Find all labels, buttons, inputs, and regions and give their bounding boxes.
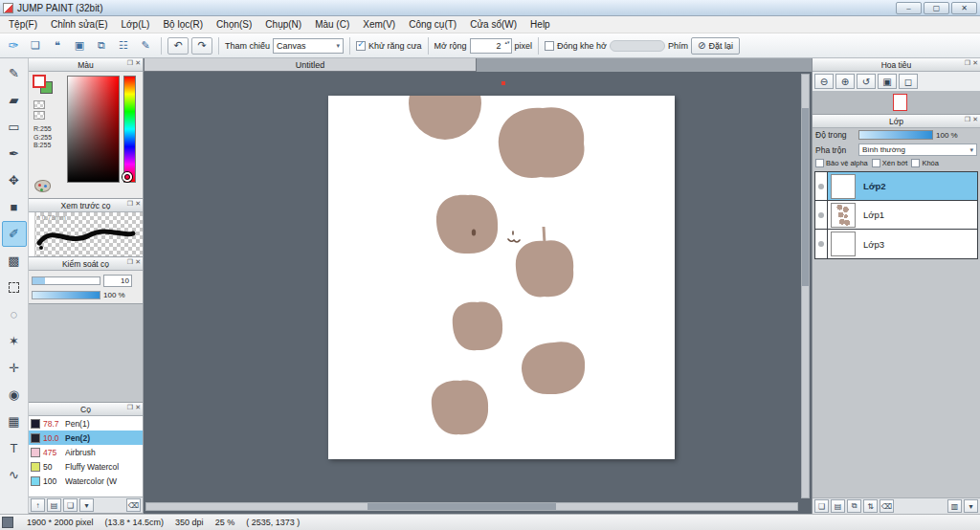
menu-capture[interactable]: Chụp(N) <box>258 17 308 32</box>
layer-menu-icon[interactable]: ▾ <box>964 499 978 513</box>
minimize-button[interactable]: – <box>896 2 922 14</box>
horizontal-scrollbar-thumb[interactable] <box>368 503 556 510</box>
ink-pen-tool[interactable]: ✒ <box>2 141 27 166</box>
expand-width-stepper[interactable]: 2 ▴▾ <box>470 38 512 54</box>
medibang-brush-icon[interactable]: ✑ <box>4 37 23 55</box>
layer-row-lop3[interactable]: Lớp3 <box>815 230 977 258</box>
bucket-tool[interactable]: ◉ <box>2 382 27 408</box>
comment-icon[interactable]: ❝ <box>48 37 67 55</box>
brush-row-airbrush[interactable]: 475 Airbrush <box>29 445 143 459</box>
menu-filter[interactable]: Bộ lọc(R) <box>156 17 210 32</box>
layer-options-icon[interactable]: ▥ <box>947 499 962 513</box>
pages-icon[interactable]: ⧉ <box>92 37 111 55</box>
navigator-preview[interactable] <box>813 92 980 115</box>
brush-size-slider[interactable] <box>32 276 100 285</box>
zoom-in-icon[interactable]: ⊕ <box>835 74 855 89</box>
hue-indicator[interactable] <box>122 172 132 182</box>
delete-layer-icon[interactable]: ⌫ <box>880 499 894 513</box>
document-tab[interactable]: Untitled <box>144 58 477 72</box>
blend-mode-dropdown[interactable]: Bình thường ▾ <box>858 144 977 156</box>
redo-button[interactable]: ↷ <box>191 37 212 55</box>
popout-icon[interactable]: ❐ <box>127 200 133 208</box>
transform-tool[interactable]: ✛ <box>2 355 27 381</box>
panel-close-icon[interactable]: ✕ <box>972 59 978 67</box>
duplicate-layer-icon[interactable]: ⧉ <box>847 499 861 513</box>
panel-close-icon[interactable]: ✕ <box>135 200 141 208</box>
navigator-view-rect[interactable] <box>893 94 907 111</box>
maximize-button[interactable]: ▢ <box>924 2 949 14</box>
eraser-tool[interactable]: ▰ <box>2 87 27 113</box>
transparent-swatch-1[interactable] <box>33 100 45 109</box>
reset-button[interactable]: ⊘ Đặt lại <box>691 37 740 55</box>
menu-color[interactable]: Màu (C) <box>308 17 356 32</box>
brush-row-watercolor[interactable]: 100 Watercolor (W <box>29 474 143 488</box>
zoom-out-icon[interactable]: ⊖ <box>814 74 834 89</box>
pixel-view-icon[interactable]: ◻ <box>899 74 918 89</box>
fit-screen-icon[interactable]: ▣ <box>878 74 897 89</box>
layer-opacity-slider[interactable] <box>858 130 933 140</box>
saturation-value-picker[interactable] <box>67 76 120 183</box>
display-icon[interactable]: ▣ <box>70 37 89 55</box>
brush-row-pen1[interactable]: 78.7 Pen(1) <box>29 416 143 431</box>
marquee-select-tool[interactable] <box>2 275 27 300</box>
layer-visibility-toggle[interactable] <box>815 172 828 200</box>
brush-folder-icon[interactable]: ▤ <box>47 498 61 512</box>
protect-alpha-checkbox[interactable] <box>815 159 824 167</box>
move-tool[interactable]: ✥ <box>2 167 27 193</box>
panel-close-icon[interactable]: ✕ <box>972 116 978 123</box>
new-brush-icon[interactable]: ❏ <box>63 498 78 512</box>
antialias-checkbox[interactable]: ✓ <box>356 41 366 51</box>
panel-close-icon[interactable]: ✕ <box>135 258 141 266</box>
text-tool[interactable]: T <box>2 435 27 461</box>
zoom-reset-icon[interactable]: ↺ <box>857 74 876 89</box>
brush-up-icon[interactable]: ↑ <box>31 498 45 512</box>
undo-button[interactable]: ↶ <box>167 37 189 55</box>
popout-icon[interactable]: ❐ <box>965 59 970 67</box>
brush-row-pen2[interactable]: 10.0 Pen(2) <box>29 431 143 445</box>
stepper-arrows-icon[interactable]: ▴▾ <box>505 40 510 45</box>
new-layer-icon[interactable]: ❏ <box>814 499 829 513</box>
menu-file[interactable]: Tệp(F) <box>2 17 44 32</box>
layer-row-lop2[interactable]: Lớp2 <box>815 172 977 201</box>
layer-visibility-toggle[interactable] <box>815 230 828 258</box>
menu-tools[interactable]: Công cụ(T) <box>402 17 463 32</box>
menu-select[interactable]: Chọn(S) <box>210 17 258 32</box>
edit-canvas-icon[interactable]: ✎ <box>136 37 155 55</box>
grid-tool[interactable]: ▦ <box>2 409 27 434</box>
hue-slider[interactable] <box>123 76 136 183</box>
popout-icon[interactable]: ❐ <box>965 116 970 123</box>
delete-brush-icon[interactable]: ⌫ <box>126 498 141 512</box>
popout-icon[interactable]: ❐ <box>127 59 133 67</box>
horizontal-scrollbar[interactable] <box>145 502 798 511</box>
layer-folder-icon[interactable]: ▤ <box>831 499 845 513</box>
export-icon[interactable]: ❏ <box>26 37 45 55</box>
layer-visibility-toggle[interactable] <box>815 201 828 229</box>
brush-tool[interactable]: ✐ <box>2 221 27 247</box>
close-button[interactable]: ✕ <box>951 2 977 14</box>
layer-row-lop1[interactable]: Lớp1 <box>815 201 977 230</box>
brush-row-fluffy-watercolor[interactable]: 50 Fluffy Watercol <box>29 459 143 474</box>
lock-checkbox[interactable] <box>911 159 920 167</box>
pen-tool[interactable]: ✎ <box>2 60 27 86</box>
menu-layer[interactable]: Lớp(L) <box>115 17 157 32</box>
reference-dropdown[interactable]: Canvas ▾ <box>273 38 344 54</box>
foreground-color-chip[interactable] <box>33 75 46 88</box>
drawing-canvas[interactable] <box>328 96 675 459</box>
fill-rect-tool[interactable]: ■ <box>2 194 27 220</box>
brush-opacity-slider[interactable] <box>32 291 100 299</box>
menu-help[interactable]: Help <box>523 17 557 32</box>
palette-icon[interactable] <box>34 180 51 192</box>
curve-tool[interactable]: ∿ <box>2 462 27 488</box>
magic-wand-tool[interactable]: ✶ <box>2 328 27 354</box>
menu-edit[interactable]: Chỉnh sửa(E) <box>44 17 115 32</box>
shape-tool[interactable]: ▭ <box>2 114 27 140</box>
brush-menu-icon[interactable]: ▾ <box>79 498 94 512</box>
lasso-tool[interactable]: ◌ <box>2 301 27 327</box>
reorder-layer-icon[interactable]: ⇅ <box>863 499 878 513</box>
menu-view[interactable]: Xem(V) <box>356 17 402 32</box>
brush-size-input[interactable]: 10 <box>103 275 132 287</box>
transparent-swatch-2[interactable] <box>33 111 45 120</box>
menu-window[interactable]: Cửa sổ(W) <box>463 17 523 32</box>
material-icon[interactable]: ☷ <box>114 37 133 55</box>
panel-close-icon[interactable]: ✕ <box>135 404 141 411</box>
